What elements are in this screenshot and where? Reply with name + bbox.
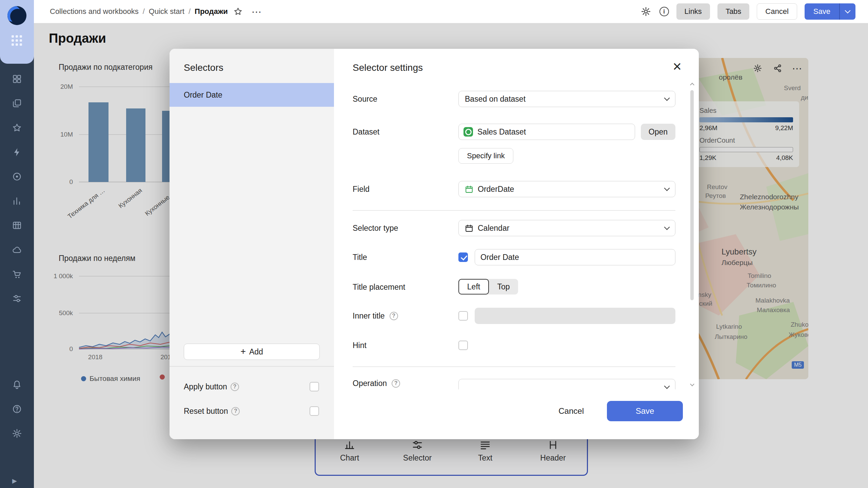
settings-icon[interactable] (0, 421, 34, 446)
favorites-icon[interactable] (0, 116, 34, 140)
title-label: Title (353, 249, 367, 265)
title-checkbox[interactable] (458, 252, 468, 262)
help-icon[interactable] (0, 397, 34, 421)
editor-icon[interactable] (0, 140, 34, 164)
info-icon[interactable] (659, 7, 669, 16)
reset-button-checkbox[interactable] (310, 406, 319, 416)
monitoring-icon[interactable] (0, 164, 34, 189)
calendar-icon (465, 185, 473, 194)
notifications-icon[interactable] (0, 372, 34, 397)
apply-button-label: Apply button (184, 382, 227, 391)
inner-title-checkbox[interactable] (458, 311, 468, 321)
help-question-icon[interactable] (231, 407, 240, 415)
title-placement-segmented: Left Top (458, 279, 518, 294)
apps-grid-icon[interactable] (12, 35, 22, 46)
scrollbar-thumb[interactable] (690, 90, 694, 300)
help-question-icon[interactable] (392, 379, 400, 388)
collections-icon[interactable] (0, 91, 34, 116)
dataset-label: Dataset (353, 124, 379, 140)
selector-type-label: Selector type (353, 220, 398, 236)
apply-button-checkbox[interactable] (310, 382, 319, 391)
dialog-footer: Cancel Save (550, 401, 683, 421)
storage-icon[interactable] (0, 238, 34, 262)
title-input[interactable] (475, 249, 675, 265)
chevron-down-icon (664, 383, 670, 389)
topbar-actions: Links Tabs Cancel Save (640, 3, 855, 20)
cancel-button[interactable]: Cancel (757, 3, 797, 20)
app-root: Collections and workbooks/Quick start/Пр… (0, 0, 868, 488)
dataset-value: Sales Dataset (477, 127, 526, 137)
inner-title-label: Inner title (353, 308, 398, 324)
breadcrumb-item: Продажи (195, 7, 228, 16)
flows-icon[interactable] (0, 286, 34, 311)
source-value: Based on dataset (465, 95, 526, 104)
links-button[interactable]: Links (676, 3, 710, 20)
dashboard-settings-gear-icon[interactable] (640, 5, 652, 18)
tabs-button[interactable]: Tabs (717, 3, 749, 20)
add-selector-button[interactable]: Add (184, 344, 320, 360)
source-label: Source (353, 91, 377, 107)
divider (353, 366, 675, 367)
more-actions-icon[interactable] (252, 6, 262, 18)
dataset-icon (463, 127, 473, 137)
selector-type-select[interactable]: Calendar (458, 220, 675, 236)
sidebar (0, 0, 34, 488)
apply-button-row: Apply button (184, 379, 319, 395)
save-dropdown-button[interactable] (840, 3, 855, 20)
breadcrumb-separator: / (143, 7, 145, 16)
scroll-up-icon[interactable] (690, 83, 694, 87)
hint-checkbox[interactable] (458, 341, 468, 350)
add-label: Add (249, 347, 263, 357)
operation-select[interactable] (458, 379, 675, 389)
field-label: Field (353, 181, 370, 197)
dataset-field[interactable]: Sales Dataset (458, 124, 635, 140)
reset-button-label: Reset button (184, 407, 228, 416)
hint-label: Hint (353, 337, 367, 353)
selectors-panel-title: Selectors (184, 62, 223, 73)
source-select[interactable]: Based on dataset (458, 91, 675, 107)
breadcrumb: Collections and workbooks/Quick start/Пр… (50, 7, 228, 16)
logo-area (0, 0, 34, 64)
help-question-icon[interactable] (390, 312, 398, 320)
specify-link-button[interactable]: Specify link (458, 148, 513, 164)
operation-label: Operation (353, 375, 400, 389)
chevron-down-icon (664, 224, 670, 230)
selectors-dialog: Selectors Order Date Add Apply button Re… (170, 49, 699, 439)
scroll-down-icon[interactable] (690, 382, 694, 386)
marketplace-icon[interactable] (0, 262, 34, 286)
dashboards-icon[interactable] (0, 67, 34, 91)
sidebar-nav (0, 67, 34, 311)
settings-form: Source Based on dataset Dataset Sales Da… (334, 49, 699, 389)
selector-settings-panel: Selector settings Source Based on datase… (334, 49, 699, 439)
placement-left-option[interactable]: Left (458, 279, 489, 294)
breadcrumb-item[interactable]: Quick start (149, 7, 184, 16)
open-dataset-button[interactable]: Open (641, 124, 675, 140)
divider (353, 210, 675, 211)
save-split-button: Save (805, 3, 855, 20)
expand-sidebar-icon[interactable] (0, 475, 34, 487)
breadcrumb-item[interactable]: Collections and workbooks (50, 7, 139, 16)
save-button[interactable]: Save (805, 3, 839, 20)
dialog-save-button[interactable]: Save (607, 401, 683, 421)
charts-icon[interactable] (0, 189, 34, 213)
title-placement-label: Title placement (353, 279, 405, 295)
scrollbar (689, 83, 695, 386)
field-select[interactable]: OrderDate (458, 181, 675, 197)
selector-list-item[interactable]: Order Date (170, 83, 334, 107)
breadcrumb-separator: / (189, 7, 191, 16)
dialog-cancel-button[interactable]: Cancel (550, 401, 593, 421)
placement-top-option[interactable]: Top (489, 279, 518, 294)
inner-title-input (475, 308, 675, 324)
calendar-icon (465, 224, 473, 232)
tables-icon[interactable] (0, 213, 34, 238)
chevron-down-icon (664, 185, 670, 191)
selector-type-value: Calendar (478, 224, 509, 233)
topbar: Collections and workbooks/Quick start/Пр… (34, 0, 868, 23)
favorite-star-icon[interactable] (233, 7, 243, 16)
help-question-icon[interactable] (231, 383, 239, 391)
chevron-down-icon (664, 95, 670, 101)
plus-icon (240, 347, 246, 357)
selectors-panel: Selectors Order Date Add Apply button Re… (170, 49, 334, 439)
datalens-logo-icon[interactable] (7, 6, 26, 25)
field-value: OrderDate (478, 185, 514, 194)
